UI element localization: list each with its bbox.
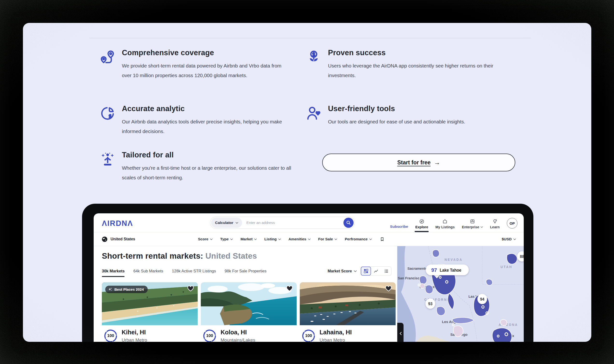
feature-title: Tailored for all [122, 151, 300, 159]
filter-score[interactable]: Score [198, 237, 213, 241]
page-title: Short-term rental markets: United States [102, 251, 397, 260]
map-marker-94[interactable]: 94 [478, 294, 487, 304]
chevron-down-icon [254, 238, 257, 240]
feature-user-friendly-tools: User-friendly tools Our tools are design… [306, 104, 518, 127]
market-photo-beach: Best Places 2024 [102, 282, 198, 325]
filter-group: Score Type Market Listing Amenities For … [198, 237, 384, 242]
chevron-down-icon [308, 238, 311, 240]
outer-frame: Comprehensive coverage We provide short-… [0, 0, 614, 364]
user-avatar[interactable]: OP [507, 218, 518, 229]
chevron-down-icon [236, 222, 238, 224]
favorite-heart-icon[interactable] [385, 285, 392, 293]
best-places-badge: Best Places 2024 [105, 286, 148, 293]
view-controls: Market Score [328, 266, 392, 276]
tab-active-str-listings[interactable]: 128k Active STR Listings [172, 269, 216, 273]
nav-label: Learn [490, 225, 500, 229]
market-photo-cliffs [201, 282, 297, 325]
active-nav-underline [415, 231, 429, 232]
address-search-bar[interactable]: Calculator [210, 217, 355, 229]
market-type: Mountains/Lakes [221, 338, 255, 342]
app-content: Short-term rental markets: United States… [94, 246, 524, 342]
marker-score: 94 [480, 297, 485, 301]
filter-amenities[interactable]: Amenities [288, 237, 311, 241]
map-pins-icon [100, 49, 116, 65]
sort-dropdown[interactable]: Market Score [328, 269, 357, 273]
app-top-navigation: Subscribe Explore My L [390, 213, 518, 232]
search-button[interactable] [343, 218, 354, 228]
grid-view-icon [364, 269, 368, 273]
sparkle-icon [108, 287, 112, 291]
app-device-frame: ΛIRDNΛ Calculator Subscribe [82, 204, 533, 342]
title-region: United States [205, 251, 257, 260]
region-selector[interactable]: United States [101, 236, 135, 243]
currency-selector[interactable]: $USD [502, 237, 516, 241]
trend-line-icon [374, 269, 378, 273]
app-window: ΛIRDNΛ Calculator Subscribe [94, 213, 524, 342]
tab-markets[interactable]: 30k Markets [102, 269, 124, 273]
nav-explore[interactable]: Explore [415, 219, 428, 229]
building-grid-icon [470, 219, 475, 224]
map-marker-93[interactable]: 93 [425, 299, 435, 309]
filter-for-sale[interactable]: For Sale [318, 237, 337, 241]
nav-label: My Listings [436, 225, 455, 229]
feature-title: User-friendly tools [328, 104, 465, 113]
list-view-icon [384, 269, 388, 273]
list-view-toggle[interactable] [381, 267, 391, 275]
feature-title: Comprehensive coverage [122, 49, 291, 57]
money-plant-icon [306, 49, 322, 65]
market-card-koloa[interactable]: 100 Koloa, HI Mountains/Lakes [201, 282, 297, 342]
market-type: Urban Metro [320, 338, 352, 342]
home-icon [442, 219, 448, 224]
results-panel: Short-term rental markets: United States… [94, 246, 397, 342]
search-category-label: Calculator [215, 221, 233, 225]
search-category-dropdown[interactable]: Calculator [211, 218, 242, 228]
market-card-kihei[interactable]: Best Places 2024 100 [102, 282, 198, 342]
chevron-left-icon [399, 332, 402, 335]
feature-title: Proven success [328, 49, 516, 57]
nav-learn[interactable]: Learn [490, 219, 500, 229]
market-type: Urban Metro [122, 338, 147, 342]
favorite-heart-icon[interactable] [187, 285, 194, 293]
feature-description: Users who leverage the AirDNA app consis… [328, 61, 516, 80]
feature-proven-success: Proven success Users who leverage the Ai… [306, 49, 518, 80]
currency-label: $USD [502, 237, 512, 241]
market-name: Lahaina, HI [320, 329, 352, 336]
filter-listing[interactable]: Listing [264, 237, 281, 241]
market-score-ring: 100 [302, 329, 315, 342]
feature-tailored-for-all: Tailored for all Whether you're a first-… [100, 151, 300, 182]
pie-chart-dollar-icon [100, 105, 116, 121]
grid-view-toggle[interactable] [361, 267, 371, 275]
nav-enterprise[interactable]: Enterprise [462, 219, 483, 229]
market-map[interactable]: NEVADA UTAH CALIFORNIA ARIZONA Sacrament… [397, 246, 524, 342]
map-state-label: NEVADA [445, 258, 463, 261]
bookmark-icon[interactable] [380, 237, 384, 242]
filter-market[interactable]: Market [240, 237, 257, 241]
chevron-down-icon [335, 238, 337, 240]
address-search-input[interactable] [242, 221, 343, 225]
feature-description: Our tools are designed for ease of use a… [328, 117, 465, 127]
start-for-free-button[interactable]: Start for free → [322, 154, 515, 171]
panel-collapse-handle[interactable] [397, 323, 404, 342]
airdna-logo[interactable]: ΛIRDNΛ [102, 219, 133, 228]
marker-score: 88 [520, 254, 524, 259]
market-card-lahaina[interactable]: 100 Lahaina, HI Urban Metro [300, 282, 396, 342]
market-name: Kihei, HI [122, 329, 147, 336]
map-city-label: San Francisco [398, 276, 422, 280]
nav-my-listings[interactable]: My Listings [436, 219, 455, 229]
tab-for-sale-properties[interactable]: 98k For Sale Properties [225, 269, 266, 273]
filter-type[interactable]: Type [220, 237, 233, 241]
trend-view-toggle[interactable] [371, 267, 381, 275]
landing-page: Comprehensive coverage We provide short-… [23, 23, 591, 342]
view-toggle-group [361, 266, 392, 276]
nav-subscribe[interactable]: Subscribe [390, 224, 408, 229]
tab-sub-markets[interactable]: 64k Sub Markets [133, 269, 163, 273]
market-score-ring: 100 [203, 329, 217, 342]
title-prefix: Short-term rental markets: [102, 251, 203, 260]
filter-performance[interactable]: Perfromance [345, 237, 372, 241]
market-card-info: 100 Koloa, HI Mountains/Lakes [201, 325, 297, 342]
feature-title: Accurate analytic [122, 104, 291, 113]
feature-description: Whether you're a first-time host or a la… [122, 163, 300, 182]
favorite-heart-icon[interactable] [286, 285, 293, 293]
feature-description: We provide short-term rental data powere… [122, 61, 291, 80]
marker-label: Lake Tahoe [440, 268, 462, 273]
